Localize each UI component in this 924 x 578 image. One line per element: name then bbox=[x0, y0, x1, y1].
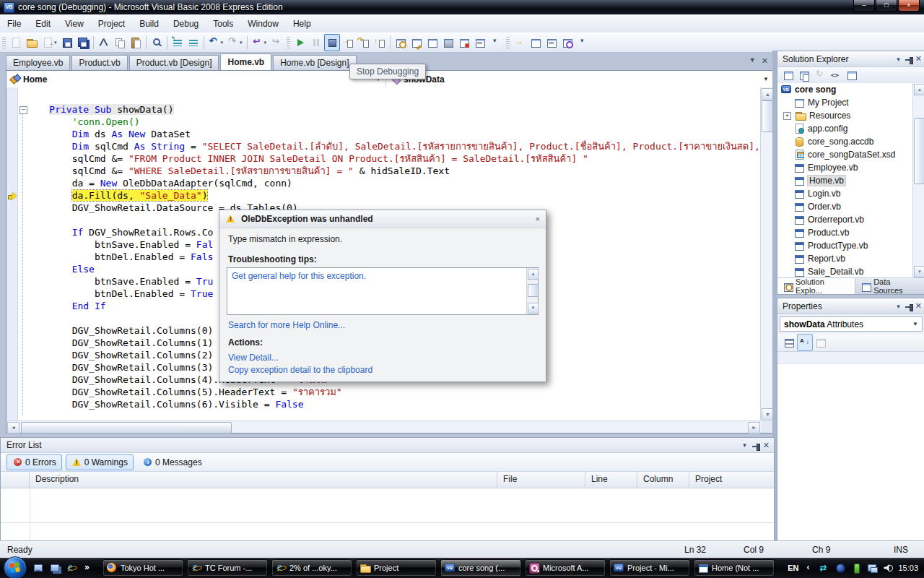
scroll-thumb[interactable] bbox=[914, 118, 924, 184]
alphabetical-button[interactable] bbox=[797, 334, 813, 351]
tree-item[interactable]: Login.vb bbox=[777, 187, 913, 200]
auto-hide-pin-icon[interactable] bbox=[903, 54, 912, 64]
window-position-icon[interactable]: ▾ bbox=[743, 441, 746, 449]
chev-icon[interactable] bbox=[82, 562, 94, 574]
breakpoint-margin[interactable] bbox=[6, 87, 18, 421]
close-icon[interactable]: ✕ bbox=[915, 54, 922, 64]
document-tab[interactable]: Product.vb bbox=[71, 55, 127, 70]
tree-item[interactable]: + Resources bbox=[777, 109, 913, 122]
menu-item[interactable]: File bbox=[0, 16, 28, 32]
flip3d-icon[interactable] bbox=[49, 562, 61, 574]
sync-icon[interactable] bbox=[819, 562, 830, 574]
breakpoints-window-button[interactable] bbox=[528, 34, 544, 51]
scroll-right-icon[interactable]: ► bbox=[748, 422, 760, 434]
toolbar-options-button-2[interactable] bbox=[575, 34, 591, 51]
taskbar-button[interactable]: TC Forum -... bbox=[187, 559, 268, 577]
outdent-button[interactable] bbox=[170, 34, 186, 51]
undo-button[interactable]: ▾ bbox=[206, 34, 226, 51]
properties-grid[interactable] bbox=[777, 363, 924, 541]
close-button[interactable]: × bbox=[898, 0, 920, 12]
search-help-online-link[interactable]: Search for more Help Online... bbox=[228, 320, 345, 330]
toolbar-grip[interactable] bbox=[2, 37, 6, 48]
errors-filter-button[interactable]: 0 Errors bbox=[6, 454, 62, 470]
tree-item[interactable]: core song bbox=[777, 83, 913, 96]
scroll-thumb[interactable] bbox=[528, 284, 539, 297]
close-icon[interactable]: × bbox=[536, 215, 540, 223]
menu-item[interactable]: Help bbox=[286, 16, 318, 32]
tree-scrollbar[interactable]: ▲ ▼ bbox=[912, 83, 924, 278]
save-all-button[interactable] bbox=[75, 34, 91, 51]
expander-icon[interactable]: + bbox=[783, 112, 791, 120]
find-in-files-button[interactable] bbox=[149, 34, 165, 51]
scroll-down-icon[interactable]: ▼ bbox=[528, 303, 539, 314]
column-header[interactable]: Description bbox=[30, 472, 497, 488]
close-icon[interactable]: ✕ bbox=[763, 441, 770, 450]
horizontal-scrollbar[interactable]: ◄ ► bbox=[6, 420, 761, 433]
window-position-icon[interactable]: ▾ bbox=[897, 303, 900, 310]
step-into-button[interactable] bbox=[340, 34, 356, 51]
toolbar-options-button[interactable] bbox=[488, 34, 504, 51]
tree-item[interactable]: Product.vb bbox=[777, 226, 913, 239]
desktop-icon[interactable] bbox=[32, 562, 44, 574]
menu-item[interactable]: Debug bbox=[166, 16, 206, 32]
menu-item[interactable]: Tools bbox=[206, 16, 240, 32]
navigate-backward-button[interactable]: ▾ bbox=[250, 34, 269, 51]
view-designer-button[interactable] bbox=[844, 66, 860, 84]
column-header[interactable]: Line bbox=[585, 472, 637, 488]
add-new-item-button[interactable]: ▾ bbox=[40, 34, 59, 51]
tree-item[interactable]: app.config bbox=[777, 122, 913, 135]
panel-tab[interactable]: Solution Explo... bbox=[777, 278, 855, 294]
output-window-button[interactable] bbox=[544, 34, 559, 51]
battery-icon[interactable] bbox=[850, 562, 862, 574]
find-symbol-results-button[interactable] bbox=[559, 34, 575, 51]
document-tab[interactable]: Employee.vb bbox=[6, 55, 70, 70]
menu-item[interactable]: Build bbox=[132, 16, 166, 32]
solution-explorer-button[interactable] bbox=[393, 34, 409, 51]
properties-window-button[interactable] bbox=[409, 34, 424, 51]
add-item-button[interactable] bbox=[8, 34, 24, 51]
tree-item[interactable]: Report.vb bbox=[777, 252, 913, 265]
error-list-button[interactable] bbox=[456, 34, 472, 51]
toolbox-button[interactable] bbox=[440, 34, 456, 51]
column-header[interactable]: Project bbox=[689, 472, 774, 488]
close-icon[interactable]: ✕ bbox=[915, 301, 922, 311]
column-header[interactable]: Column bbox=[637, 472, 689, 488]
save-button[interactable] bbox=[59, 34, 75, 51]
error-list-body[interactable] bbox=[1, 488, 774, 540]
object-browser-button[interactable] bbox=[424, 34, 440, 51]
refresh-button[interactable] bbox=[812, 66, 828, 84]
copy-exception-link[interactable]: Copy exception detail to the clipboard bbox=[228, 365, 372, 375]
trayexp-icon[interactable] bbox=[803, 562, 814, 574]
menu-item[interactable]: View bbox=[58, 16, 91, 32]
scroll-left-icon[interactable]: ◄ bbox=[7, 422, 19, 434]
tree-item[interactable]: core_songDataSet.xsd bbox=[777, 148, 913, 161]
panel-tab[interactable]: Data Sources bbox=[855, 278, 924, 294]
toolbar-grip[interactable] bbox=[287, 37, 290, 48]
show-all-files-button[interactable] bbox=[796, 66, 812, 84]
auto-hide-pin-icon[interactable] bbox=[750, 441, 759, 450]
taskbar-button[interactable]: Project - Mi... bbox=[609, 559, 690, 577]
general-help-link[interactable]: Get general help for this exception. bbox=[227, 268, 538, 284]
start-button[interactable] bbox=[4, 556, 27, 578]
tree-item[interactable]: My Project bbox=[777, 96, 913, 109]
open-file-button[interactable] bbox=[24, 34, 40, 51]
taskbar-button[interactable]: 2% of ...oky... bbox=[271, 559, 352, 577]
view-code-button[interactable] bbox=[828, 66, 844, 84]
vertical-scrollbar[interactable]: ▲ ▼ bbox=[760, 87, 773, 421]
tree-item[interactable]: Orderreport.vb bbox=[777, 213, 913, 226]
auto-hide-pin-icon[interactable] bbox=[903, 301, 912, 311]
properties-button[interactable] bbox=[780, 66, 796, 84]
step-out-button[interactable] bbox=[372, 34, 388, 51]
language-indicator[interactable]: EN bbox=[788, 564, 798, 572]
taskbar-button[interactable]: Microsoft A... bbox=[525, 559, 606, 577]
document-tab[interactable]: Home.vb bbox=[220, 53, 271, 70]
types-dropdown[interactable]: Home ▼ bbox=[6, 71, 386, 87]
taskbar-button[interactable]: Project bbox=[356, 559, 437, 577]
scroll-up-icon[interactable]: ▲ bbox=[914, 84, 924, 95]
horizontal-scroll-thumb[interactable] bbox=[21, 422, 232, 434]
warnings-filter-button[interactable]: 0 Warnings bbox=[66, 454, 134, 470]
tree-item[interactable]: Sale_Detail.vb bbox=[777, 265, 913, 278]
tree-item[interactable]: Order.vb bbox=[777, 200, 913, 213]
restore-button[interactable]: □ bbox=[876, 0, 897, 12]
show-next-statement-button[interactable] bbox=[512, 34, 528, 51]
